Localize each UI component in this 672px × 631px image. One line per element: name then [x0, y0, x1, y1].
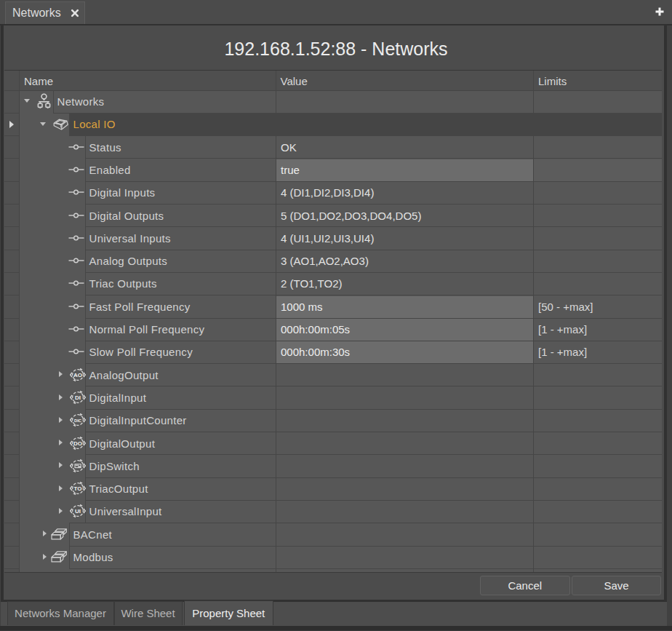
svg-text:TO: TO	[73, 485, 81, 492]
svg-text:DIC: DIC	[74, 418, 82, 423]
svg-text:DO: DO	[73, 440, 82, 446]
svg-text:DI: DI	[75, 394, 81, 401]
svg-text:AO: AO	[73, 371, 82, 378]
svg-text:UI: UI	[75, 508, 81, 515]
